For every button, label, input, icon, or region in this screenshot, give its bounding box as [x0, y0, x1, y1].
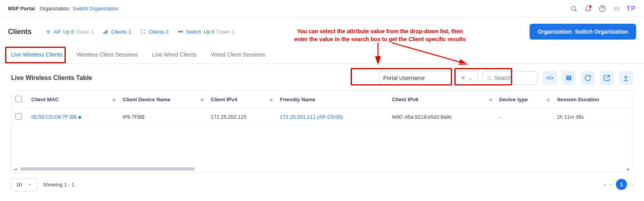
notification-dot: [589, 5, 592, 8]
columns-icon[interactable]: [562, 71, 576, 85]
upload-icon[interactable]: [619, 71, 633, 85]
svg-rect-9: [106, 30, 107, 34]
col-session[interactable]: Session Duration: [553, 91, 633, 108]
svg-rect-10: [108, 29, 108, 34]
svg-rect-18: [180, 31, 180, 32]
avatar[interactable]: TP: [627, 5, 636, 12]
svg-point-6: [48, 33, 48, 34]
svg-line-1: [575, 10, 576, 11]
pagination: 10 Showing 1 - 1 « ‹ 1 ›: [0, 173, 644, 197]
annotation-box-tab: [5, 47, 66, 63]
tab-live-wired-clients[interactable]: Live Wired Clients: [152, 48, 197, 63]
cell-ipv6: fe80::45a:9219:e5d2:9a9c: [388, 108, 495, 126]
svg-line-28: [606, 75, 610, 78]
column-menu-icon[interactable]: ≡: [547, 97, 550, 103]
help-icon[interactable]: [597, 3, 608, 15]
cell-mac[interactable]: 00:56:CD:D8:7F:BB: [31, 114, 77, 120]
fit-columns-icon[interactable]: [543, 71, 557, 85]
svg-point-13: [141, 33, 142, 34]
page-nav: « ‹ 1 ›: [603, 179, 633, 190]
export-icon[interactable]: [600, 71, 614, 85]
annotation-box-search: [454, 68, 512, 85]
table-toolbar: Live Wireless Clients Table Portal Usern…: [0, 64, 644, 91]
wifi-icon: [45, 28, 51, 35]
svg-rect-8: [105, 31, 106, 34]
column-menu-icon[interactable]: ≡: [112, 97, 116, 103]
svg-rect-17: [179, 31, 179, 32]
tab-wireless-client-sessions[interactable]: Wireless Client Sessions: [77, 48, 138, 63]
stat-ap[interactable]: AP Up 6 Down 1: [45, 28, 94, 35]
cell-session: 2h 11m 36s: [553, 108, 633, 126]
svg-point-11: [141, 30, 142, 31]
org-label: Organization:: [40, 6, 70, 11]
col-ipv4[interactable]: Client IPv4≡: [207, 91, 276, 108]
stat-switch[interactable]: Switch Up 8 Down 1: [177, 28, 234, 35]
column-menu-icon[interactable]: ≡: [200, 97, 203, 103]
col-client-mac[interactable]: Client MAC≡: [27, 91, 119, 108]
video-icon[interactable]: [611, 3, 623, 15]
column-menu-icon[interactable]: ≡: [270, 97, 273, 103]
stat-clients1[interactable]: Clients 1: [103, 28, 131, 35]
nodes-icon: [140, 28, 146, 35]
org-switch-button[interactable]: Organization: Switch Organization: [530, 24, 636, 40]
search-icon[interactable]: [568, 3, 580, 15]
tab-wired-client-sessions[interactable]: Wired Client Sessions: [211, 48, 265, 63]
showing-text: Showing 1 - 1: [43, 182, 74, 188]
svg-rect-7: [104, 32, 104, 34]
top-header: MSP Portal Organization: Switch Organiza…: [0, 0, 644, 17]
page-first-icon[interactable]: «: [603, 181, 606, 188]
table-title: Live Wireless Clients Table: [11, 74, 92, 82]
page-prev-icon[interactable]: ‹: [610, 181, 612, 188]
col-device-name[interactable]: Client Device Name≡: [119, 91, 207, 108]
page-size-select[interactable]: 10: [11, 178, 37, 191]
col-ipv6[interactable]: Client IPv6≡: [388, 91, 495, 108]
svg-rect-15: [143, 31, 143, 32]
portal-label: MSP Portal: [8, 6, 35, 11]
annotation-box-dropdown: [351, 68, 452, 85]
column-menu-icon[interactable]: ≡: [489, 97, 492, 103]
horizontal-scrollbar[interactable]: ◀ ▶: [11, 165, 633, 172]
col-device-type[interactable]: Device type≡: [495, 91, 553, 108]
svg-point-0: [572, 6, 576, 11]
cell-device-type: -: [495, 108, 553, 126]
select-all-checkbox[interactable]: [15, 96, 22, 102]
notifications-icon[interactable]: [582, 3, 594, 15]
svg-rect-25: [566, 76, 568, 80]
scroll-thumb[interactable]: [20, 167, 194, 171]
scroll-left-icon[interactable]: ◀: [14, 167, 17, 171]
svg-point-12: [144, 30, 145, 31]
row-checkbox[interactable]: [15, 113, 22, 119]
status-row: Clients AP Up 6 Down 1 Clients 1 Clients…: [0, 17, 644, 44]
cell-ipv4: 172.25.202.115: [207, 108, 276, 126]
status-dot-icon: [78, 116, 81, 119]
refresh-icon[interactable]: [581, 71, 595, 85]
page-next-icon[interactable]: ›: [631, 181, 633, 188]
col-friendly[interactable]: Friendly Name: [276, 91, 388, 108]
page-current[interactable]: 1: [616, 179, 627, 190]
page-title: Clients: [8, 28, 32, 36]
scroll-right-icon[interactable]: ▶: [627, 167, 630, 171]
svg-rect-27: [570, 76, 571, 80]
svg-rect-26: [568, 76, 570, 80]
switch-org-link[interactable]: Switch Organization: [73, 6, 119, 11]
svg-point-14: [144, 33, 145, 34]
svg-rect-19: [181, 31, 181, 32]
switch-icon: [177, 28, 184, 35]
signal-icon: [103, 28, 109, 35]
clients-table: Client MAC≡ Client Device Name≡ Client I…: [11, 91, 633, 173]
table-header-row: Client MAC≡ Client Device Name≡ Client I…: [11, 91, 633, 108]
table-row[interactable]: 00:56:CD:D8:7F:BB iP6-7FBB 172.25.202.11…: [11, 108, 633, 126]
cell-friendly[interactable]: 172.25.201.111 (AP-C9:00): [280, 114, 343, 120]
tabs: Live Wireless Clients Wireless Client Se…: [0, 44, 644, 64]
chevron-down-icon: [27, 182, 32, 187]
stat-clients2[interactable]: Clients 2: [140, 28, 169, 35]
cell-device-name: iP6-7FBB: [119, 108, 207, 126]
